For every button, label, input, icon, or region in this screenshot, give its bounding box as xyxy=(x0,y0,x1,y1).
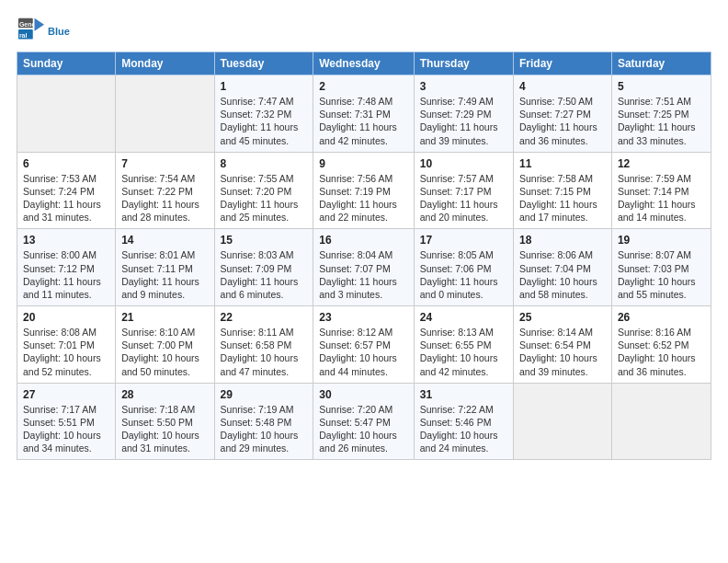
day-number: 26 xyxy=(618,311,705,324)
day-number: 17 xyxy=(420,234,507,247)
calendar-week-row: 6Sunrise: 7:53 AM Sunset: 7:24 PM Daylig… xyxy=(17,152,711,229)
day-number: 3 xyxy=(420,80,507,93)
logo-tagline: Blue xyxy=(48,26,70,37)
calendar-cell: 23Sunrise: 8:12 AM Sunset: 6:57 PM Dayli… xyxy=(313,306,415,384)
calendar-week-row: 27Sunrise: 7:17 AM Sunset: 5:51 PM Dayli… xyxy=(17,383,711,460)
calendar-cell: 22Sunrise: 8:11 AM Sunset: 6:58 PM Dayli… xyxy=(214,306,313,384)
calendar-week-row: 20Sunrise: 8:08 AM Sunset: 7:01 PM Dayli… xyxy=(17,306,711,384)
calendar-cell xyxy=(611,383,711,460)
day-number: 5 xyxy=(618,80,705,93)
day-detail: Sunrise: 8:08 AM Sunset: 7:01 PM Dayligh… xyxy=(23,326,109,378)
calendar-cell xyxy=(514,383,612,460)
day-detail: Sunrise: 7:59 AM Sunset: 7:14 PM Dayligh… xyxy=(618,172,705,224)
day-detail: Sunrise: 8:03 AM Sunset: 7:09 PM Dayligh… xyxy=(221,248,308,301)
day-detail: Sunrise: 7:55 AM Sunset: 7:20 PM Dayligh… xyxy=(221,172,308,224)
day-number: 30 xyxy=(319,388,408,401)
logo: Gene ral Blue xyxy=(17,17,70,46)
day-detail: Sunrise: 7:22 AM Sunset: 5:46 PM Dayligh… xyxy=(420,403,507,455)
day-number: 20 xyxy=(23,311,109,324)
weekday-header-thursday: Thursday xyxy=(414,52,513,75)
weekday-header-saturday: Saturday xyxy=(611,52,711,75)
calendar-cell: 9Sunrise: 7:56 AM Sunset: 7:19 PM Daylig… xyxy=(313,152,415,229)
calendar-cell: 14Sunrise: 8:01 AM Sunset: 7:11 PM Dayli… xyxy=(116,229,214,306)
calendar-week-row: 1Sunrise: 7:47 AM Sunset: 7:32 PM Daylig… xyxy=(17,75,711,153)
calendar-cell: 30Sunrise: 7:20 AM Sunset: 5:47 PM Dayli… xyxy=(313,383,415,460)
weekday-header-sunday: Sunday xyxy=(17,52,116,75)
day-number: 25 xyxy=(519,311,606,324)
weekday-header-wednesday: Wednesday xyxy=(313,52,415,75)
day-detail: Sunrise: 7:18 AM Sunset: 5:50 PM Dayligh… xyxy=(121,403,208,455)
day-number: 31 xyxy=(420,388,507,401)
day-detail: Sunrise: 7:20 AM Sunset: 5:47 PM Dayligh… xyxy=(319,403,408,455)
calendar-cell: 5Sunrise: 7:51 AM Sunset: 7:25 PM Daylig… xyxy=(611,75,711,153)
weekday-header-row: SundayMondayTuesdayWednesdayThursdayFrid… xyxy=(17,52,711,75)
calendar-cell: 18Sunrise: 8:06 AM Sunset: 7:04 PM Dayli… xyxy=(514,229,612,306)
calendar-cell: 6Sunrise: 7:53 AM Sunset: 7:24 PM Daylig… xyxy=(17,152,116,229)
calendar-cell: 26Sunrise: 8:16 AM Sunset: 6:52 PM Dayli… xyxy=(611,306,711,384)
calendar-cell: 4Sunrise: 7:50 AM Sunset: 7:27 PM Daylig… xyxy=(514,75,612,153)
day-detail: Sunrise: 8:13 AM Sunset: 6:55 PM Dayligh… xyxy=(420,326,507,378)
day-detail: Sunrise: 8:10 AM Sunset: 7:00 PM Dayligh… xyxy=(121,326,208,378)
day-number: 23 xyxy=(319,311,408,324)
day-number: 9 xyxy=(319,157,408,170)
calendar-cell: 24Sunrise: 8:13 AM Sunset: 6:55 PM Dayli… xyxy=(414,306,513,384)
calendar-cell: 20Sunrise: 8:08 AM Sunset: 7:01 PM Dayli… xyxy=(17,306,116,384)
day-detail: Sunrise: 8:06 AM Sunset: 7:04 PM Dayligh… xyxy=(519,248,606,301)
day-number: 14 xyxy=(121,234,208,247)
day-detail: Sunrise: 7:50 AM Sunset: 7:27 PM Dayligh… xyxy=(519,95,606,147)
day-detail: Sunrise: 8:04 AM Sunset: 7:07 PM Dayligh… xyxy=(319,248,408,301)
calendar-cell: 19Sunrise: 8:07 AM Sunset: 7:03 PM Dayli… xyxy=(611,229,711,306)
day-detail: Sunrise: 7:49 AM Sunset: 7:29 PM Dayligh… xyxy=(420,95,507,147)
calendar-cell: 28Sunrise: 7:18 AM Sunset: 5:50 PM Dayli… xyxy=(116,383,214,460)
day-number: 16 xyxy=(319,234,408,247)
calendar-cell xyxy=(116,75,214,153)
calendar-cell: 1Sunrise: 7:47 AM Sunset: 7:32 PM Daylig… xyxy=(214,75,313,153)
weekday-header-tuesday: Tuesday xyxy=(214,52,313,75)
calendar-cell: 21Sunrise: 8:10 AM Sunset: 7:00 PM Dayli… xyxy=(116,306,214,384)
calendar-cell: 13Sunrise: 8:00 AM Sunset: 7:12 PM Dayli… xyxy=(17,229,116,306)
weekday-header-friday: Friday xyxy=(514,52,612,75)
day-number: 19 xyxy=(618,234,705,247)
day-detail: Sunrise: 8:14 AM Sunset: 6:54 PM Dayligh… xyxy=(519,326,606,378)
day-number: 18 xyxy=(519,234,606,247)
svg-text:Gene: Gene xyxy=(19,21,36,28)
calendar-cell: 31Sunrise: 7:22 AM Sunset: 5:46 PM Dayli… xyxy=(414,383,513,460)
day-number: 10 xyxy=(420,157,507,170)
calendar-cell: 11Sunrise: 7:58 AM Sunset: 7:15 PM Dayli… xyxy=(514,152,612,229)
day-detail: Sunrise: 7:57 AM Sunset: 7:17 PM Dayligh… xyxy=(420,172,507,224)
calendar-cell: 3Sunrise: 7:49 AM Sunset: 7:29 PM Daylig… xyxy=(414,75,513,153)
day-detail: Sunrise: 7:56 AM Sunset: 7:19 PM Dayligh… xyxy=(319,172,408,224)
calendar-cell: 8Sunrise: 7:55 AM Sunset: 7:20 PM Daylig… xyxy=(214,152,313,229)
day-detail: Sunrise: 8:07 AM Sunset: 7:03 PM Dayligh… xyxy=(618,248,705,301)
day-number: 28 xyxy=(121,388,208,401)
day-number: 15 xyxy=(221,234,308,247)
calendar-cell: 16Sunrise: 8:04 AM Sunset: 7:07 PM Dayli… xyxy=(313,229,415,306)
calendar-page: Gene ral Blue SundayMondayTuesdayWednesd… xyxy=(0,0,728,477)
day-detail: Sunrise: 7:58 AM Sunset: 7:15 PM Dayligh… xyxy=(519,172,606,224)
day-detail: Sunrise: 8:00 AM Sunset: 7:12 PM Dayligh… xyxy=(23,248,109,301)
calendar-cell: 15Sunrise: 8:03 AM Sunset: 7:09 PM Dayli… xyxy=(214,229,313,306)
logo-icon: Gene ral xyxy=(18,17,44,42)
weekday-header-monday: Monday xyxy=(116,52,214,75)
day-detail: Sunrise: 7:51 AM Sunset: 7:25 PM Dayligh… xyxy=(618,95,705,147)
day-detail: Sunrise: 8:11 AM Sunset: 6:58 PM Dayligh… xyxy=(221,326,308,378)
day-number: 6 xyxy=(23,157,109,170)
calendar-table: SundayMondayTuesdayWednesdayThursdayFrid… xyxy=(17,52,711,460)
day-number: 11 xyxy=(519,157,606,170)
day-detail: Sunrise: 8:12 AM Sunset: 6:57 PM Dayligh… xyxy=(319,326,408,378)
page-header: Gene ral Blue xyxy=(17,17,711,46)
day-detail: Sunrise: 7:53 AM Sunset: 7:24 PM Dayligh… xyxy=(23,172,109,224)
calendar-cell: 25Sunrise: 8:14 AM Sunset: 6:54 PM Dayli… xyxy=(514,306,612,384)
svg-text:ral: ral xyxy=(19,32,28,39)
day-number: 7 xyxy=(121,157,208,170)
svg-marker-4 xyxy=(35,18,45,31)
day-number: 13 xyxy=(23,234,109,247)
day-detail: Sunrise: 7:48 AM Sunset: 7:31 PM Dayligh… xyxy=(319,95,408,147)
day-number: 27 xyxy=(23,388,109,401)
calendar-cell: 7Sunrise: 7:54 AM Sunset: 7:22 PM Daylig… xyxy=(116,152,214,229)
day-detail: Sunrise: 8:16 AM Sunset: 6:52 PM Dayligh… xyxy=(618,326,705,378)
day-number: 21 xyxy=(121,311,208,324)
day-number: 12 xyxy=(618,157,705,170)
day-detail: Sunrise: 8:05 AM Sunset: 7:06 PM Dayligh… xyxy=(420,248,507,301)
day-number: 22 xyxy=(221,311,308,324)
